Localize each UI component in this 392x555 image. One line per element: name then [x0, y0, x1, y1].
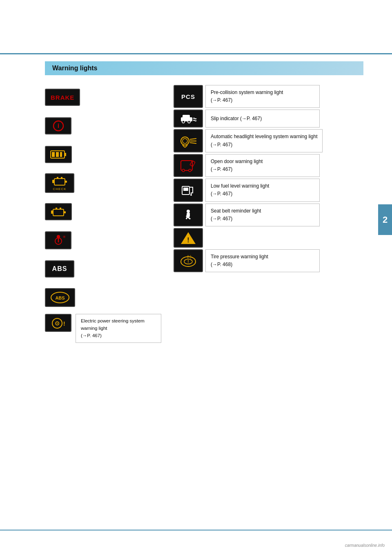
- svg-text:i: i: [58, 123, 59, 129]
- svg-rect-5: [52, 152, 55, 157]
- seatbelt-svg: [180, 208, 196, 222]
- abs-icon: ABS: [45, 260, 74, 278]
- door-description: Open door warning light(→P. 467): [205, 154, 320, 177]
- engine-malfunction-svg: [50, 206, 67, 217]
- slip-row: Slip indicator (→P. 467): [174, 110, 323, 128]
- warning-triangle-svg: !: [180, 231, 196, 245]
- svg-point-43: [187, 210, 190, 213]
- section-header: Warning lights: [45, 61, 363, 75]
- airbag-svg: ✳: [51, 234, 66, 246]
- svg-text:(!: (!: [187, 255, 189, 259]
- tire-pressure-icon: ! (! ): [174, 249, 203, 272]
- tire-pressure-row: ! (! ) Tire pressure warning light(→P. 4…: [174, 249, 323, 272]
- pcs-icon: PCS: [174, 85, 203, 108]
- eps-tooltip: Electric power steering system warning l…: [76, 314, 161, 343]
- fuel-icon: [174, 179, 203, 201]
- oil-pressure-svg: ! i: [51, 120, 66, 132]
- seatbelt-description: Seat belt reminder light(→P. 467): [205, 204, 320, 226]
- check-label: CHECK: [53, 187, 66, 191]
- svg-rect-14: [56, 208, 57, 210]
- engine-malfunction-icon-row: [45, 199, 161, 224]
- warning-triangle-icon: !: [174, 228, 203, 248]
- pcs-row: PCS Pre-collision system warning light(→…: [174, 85, 323, 108]
- pcs-desc-text: Pre-collision system warning light(→P. 4…: [211, 89, 283, 104]
- seatbelt-icon: [174, 204, 203, 226]
- svg-text:✳: ✳: [62, 235, 66, 239]
- eps-tooltip-text: Electric power steering system warning l…: [81, 318, 145, 338]
- door-icon: [174, 154, 203, 177]
- site-logo: carmanualsonline.info: [345, 543, 385, 548]
- pcs-label: PCS: [181, 93, 195, 100]
- door-svg: [179, 159, 197, 172]
- brake-label: BRAKE: [51, 94, 74, 101]
- airbag-icon-row: ✳: [45, 228, 161, 253]
- eps-icon: ⊙ !: [45, 314, 71, 332]
- svg-text:!: !: [63, 320, 65, 327]
- left-icons-column: BRAKE ! i: [45, 85, 161, 343]
- fuel-svg: [180, 184, 196, 196]
- headlight-description: Automatic headlight leveling system warn…: [205, 129, 323, 152]
- airbag-icon: ✳: [45, 231, 71, 249]
- slip-desc-text: Slip indicator (→P. 467): [211, 115, 262, 123]
- section-title: Warning lights: [52, 65, 98, 72]
- tire-pressure-desc-text: Tire pressure warning light(→P. 468): [211, 253, 268, 269]
- svg-point-42: [190, 194, 192, 196]
- svg-point-31: [181, 137, 189, 145]
- oil-pressure-icon: ! i: [45, 117, 71, 134]
- eps-icon-row: ⊙ ! Electric power steering system warni…: [45, 314, 161, 343]
- svg-text:): ): [190, 255, 192, 259]
- svg-rect-28: [183, 115, 190, 118]
- abs-icon-row: ABS: [45, 257, 161, 281]
- svg-rect-15: [60, 208, 61, 210]
- svg-line-35: [190, 143, 196, 143]
- warning-triangle-row: !: [174, 228, 323, 248]
- svg-rect-16: [51, 210, 53, 214]
- svg-rect-9: [57, 177, 58, 179]
- svg-rect-17: [63, 211, 66, 213]
- engine-malfunction-icon: [45, 203, 72, 220]
- headlight-icon: [174, 129, 203, 152]
- svg-point-38: [182, 169, 185, 172]
- abs-circle-icon: ABS: [45, 288, 75, 307]
- svg-rect-10: [61, 177, 62, 179]
- svg-point-39: [189, 169, 191, 172]
- right-icons-column: PCS Pre-collision system warning light(→…: [174, 85, 323, 343]
- abs-label: ABS: [52, 265, 67, 273]
- battery-icon-row: [45, 142, 161, 167]
- check-engine-svg: [51, 175, 68, 187]
- pcs-description: Pre-collision system warning light(→P. 4…: [205, 85, 320, 108]
- battery-svg: [50, 149, 67, 160]
- svg-text:!: !: [187, 260, 189, 264]
- headlight-desc-text: Automatic headlight leveling system warn…: [211, 133, 317, 148]
- svg-rect-11: [52, 180, 55, 183]
- svg-point-32: [183, 139, 187, 143]
- tire-pressure-svg: ! (! ): [179, 254, 197, 267]
- oil-pressure-icon-row: ! i: [45, 114, 161, 138]
- headlight-svg: [179, 134, 197, 148]
- svg-rect-13: [53, 209, 64, 216]
- svg-rect-41: [183, 188, 188, 191]
- svg-point-30: [188, 121, 190, 123]
- page: 2 Warning lights BRAKE: [0, 0, 392, 555]
- svg-text:!: !: [187, 237, 189, 244]
- tire-pressure-description: Tire pressure warning light(→P. 468): [205, 249, 320, 272]
- door-row: Open door warning light(→P. 467): [174, 154, 323, 177]
- logo-text: carmanualsonline.info: [345, 543, 385, 548]
- abs-circle-svg: ABS: [50, 291, 70, 304]
- svg-line-33: [190, 139, 196, 139]
- brake-icon: BRAKE: [45, 89, 80, 106]
- fuel-desc-text: Low fuel level warning light(→P. 467): [211, 182, 269, 198]
- slip-icon: [174, 110, 203, 128]
- seatbelt-desc-text: Seat belt reminder light(→P. 467): [211, 207, 261, 223]
- svg-rect-4: [65, 153, 66, 156]
- svg-rect-7: [60, 152, 62, 157]
- eps-svg: ⊙ !: [51, 317, 66, 329]
- fuel-description: Low fuel level warning light(→P. 467): [205, 179, 320, 201]
- warning-lights-layout: BRAKE ! i: [45, 85, 363, 343]
- fuel-row: Low fuel level warning light(→P. 467): [174, 179, 323, 201]
- brake-icon-row: BRAKE: [45, 85, 161, 110]
- main-content: Warning lights BRAKE !: [0, 0, 392, 384]
- svg-text:ABS: ABS: [55, 295, 65, 300]
- check-icon-row: CHECK: [45, 171, 161, 195]
- svg-text:⊙: ⊙: [55, 320, 60, 327]
